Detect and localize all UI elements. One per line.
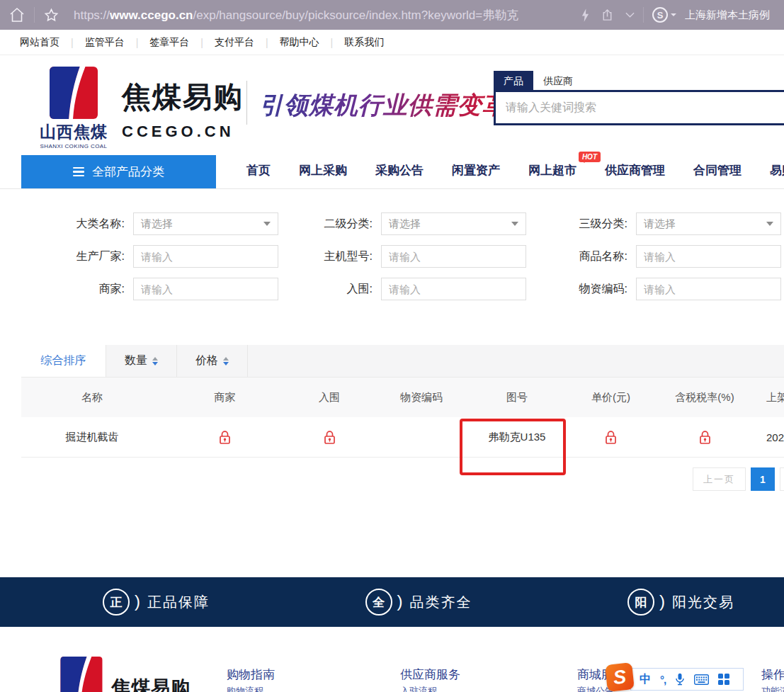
top-link-help[interactable]: 帮助中心 [268, 36, 331, 49]
header-shortlist: 入围 [287, 391, 372, 404]
banner-item-genuine: 正 ) 正品保障 [103, 589, 210, 616]
ime-menu-grid-icon[interactable] [718, 674, 729, 685]
cell-product-name[interactable]: 掘进机截齿 [21, 431, 163, 444]
lock-icon[interactable] [324, 430, 336, 445]
paren-glyph: ) [659, 591, 665, 611]
top-link-signature[interactable]: 签章平台 [138, 36, 200, 49]
input-host-model[interactable] [381, 245, 526, 268]
nav-item-online-mall[interactable]: 网上超市 HOT [528, 162, 576, 178]
nav-item-contract-mgmt[interactable]: 合同管理 [693, 162, 742, 178]
site-header: 山西焦煤 SHANXI COKING COAL 焦煤易购 CCEGO.CN 引领… [0, 55, 784, 152]
select-third-category[interactable]: 请选择 [636, 212, 781, 235]
prev-page-button[interactable]: 上一页 [693, 467, 746, 491]
lock-icon[interactable] [699, 430, 711, 445]
footer-link-partial[interactable]: 入驻流程 [400, 685, 437, 692]
input-material-code[interactable] [636, 278, 781, 300]
select-value: 请选择 [644, 217, 676, 231]
filter-label-product-name: 商品名称: [526, 249, 636, 264]
input-merchant[interactable] [133, 278, 278, 300]
sort-tab-label: 综合排序 [41, 353, 86, 368]
ime-keyboard-icon[interactable] [694, 674, 709, 685]
cell-merchant-locked [163, 430, 287, 445]
filter-label-shortlist: 入围: [278, 282, 381, 297]
input-shortlist[interactable] [381, 278, 526, 300]
footer-col-shopping-guide[interactable]: 购物指南 [227, 667, 275, 683]
next-page-button[interactable] [780, 467, 784, 491]
paren-glyph: ) [397, 591, 403, 611]
brand-slogan: 引领煤机行业供需变革 [259, 89, 507, 122]
nav-item-yigou[interactable]: 易购 [770, 162, 784, 178]
top-link-home[interactable]: 网站首页 [20, 36, 71, 49]
header-listed-time: 上架时间 [751, 391, 784, 404]
url-scheme: https:// [74, 8, 110, 22]
hamburger-icon [73, 167, 84, 177]
nav-item-purchase-notice[interactable]: 采购公告 [375, 162, 424, 178]
sort-bar: 综合排序 数量 价格 [21, 345, 784, 378]
page-1-button[interactable]: 1 [751, 467, 775, 491]
footer-logo[interactable]: 焦煤易购 [60, 657, 191, 692]
share-icon[interactable] [601, 8, 614, 22]
guarantee-banner: 正 ) 正品保障 全 ) 品类齐全 阳 ) 阳光交易 [0, 577, 784, 627]
header-drawing-no: 图号 [471, 391, 563, 404]
lock-icon[interactable] [219, 430, 231, 445]
banner-item-label: 阳光交易 [672, 593, 734, 612]
filter-form: 大类名称: 请选择 二级分类: 请选择 三级分类: 请选择 生产厂家: [0, 212, 784, 310]
brand-logo[interactable]: 山西焦煤 SHANXI COKING COAL 焦煤易购 CCEGO.CN [37, 67, 244, 149]
search-tab-supplier[interactable]: 供应商 [533, 71, 583, 90]
input-manufacturer[interactable] [133, 245, 278, 268]
top-link-contact[interactable]: 联系我们 [333, 36, 395, 49]
sort-tab-comprehensive[interactable]: 综合排序 [21, 345, 106, 377]
search-tab-product[interactable]: 产品 [494, 71, 533, 90]
top-link-payment[interactable]: 支付平台 [203, 36, 266, 49]
highlight-annotation-box [460, 419, 566, 475]
sogou-badge-letter: S [652, 7, 668, 23]
cell-shortlist-locked [287, 430, 372, 445]
toolbar-divider [34, 7, 35, 23]
footer-col-supplier-service[interactable]: 供应商服务 [400, 667, 460, 683]
footer-link-partial[interactable]: 功能演示 [761, 685, 784, 692]
sogou-logo-icon[interactable]: S [605, 662, 635, 692]
lock-icon[interactable] [605, 430, 617, 445]
sogou-extension-icon[interactable]: S [652, 7, 676, 23]
table-header: 名称 商家 入围 物资编码 图号 单价(元) 含税税率(%) 上架时间 [21, 378, 784, 417]
header-merchant: 商家 [163, 391, 287, 404]
sort-arrows-icon [223, 357, 229, 365]
search-input[interactable] [494, 90, 784, 125]
filter-label-material-code: 物资编码: [526, 282, 636, 297]
top-link-regulation[interactable]: 监管平台 [74, 36, 136, 49]
top-links-bar: 网站首页 | 监管平台 | 签章平台 | 支付平台 | 帮助中心 | 联系我们 [0, 30, 784, 55]
nav-item-online-purchase[interactable]: 网上采购 [299, 162, 347, 178]
main-nav: 全部产品分类 首页 网上采购 采购公告 闲置资产 网上超市 HOT 供应商管理 … [0, 152, 784, 189]
filter-label-major-category: 大类名称: [18, 217, 133, 232]
chevron-down-icon[interactable] [625, 12, 635, 18]
ime-punctuation-button[interactable]: °, [660, 674, 666, 686]
ime-mic-icon[interactable] [675, 673, 685, 686]
pagination: 上一页 1 [693, 467, 784, 491]
nav-item-supplier-mgmt[interactable]: 供应商管理 [605, 162, 665, 178]
sort-tab-label: 数量 [125, 353, 147, 368]
input-product-name[interactable] [636, 245, 781, 268]
header-unit-price: 单价(元) [563, 391, 659, 404]
select-major-category[interactable]: 请选择 [133, 212, 278, 235]
cell-tax-rate-locked [659, 430, 751, 445]
filter-label-manufacturer: 生产厂家: [18, 249, 133, 264]
brand-name: 焦煤易购 [122, 78, 244, 117]
banner-item-full-category: 全 ) 品类齐全 [365, 589, 472, 616]
bookmark-star-icon[interactable] [43, 7, 59, 23]
home-icon[interactable] [8, 6, 25, 23]
nav-item-idle-assets[interactable]: 闲置资产 [452, 162, 500, 178]
sort-tab-price[interactable]: 价格 [177, 345, 248, 377]
all-categories-button[interactable]: 全部产品分类 [21, 155, 216, 188]
ime-mode-button[interactable]: 中 [640, 672, 651, 687]
sort-arrows-icon [152, 357, 158, 365]
banner-item-sunshine-trade: 阳 ) 阳光交易 [627, 589, 734, 616]
flash-icon[interactable] [581, 8, 589, 22]
address-bar[interactable]: https://www.ccego.cn/exp/hangsource/buy/… [74, 7, 570, 23]
sort-tab-quantity[interactable]: 数量 [106, 345, 177, 377]
footer-col-operation-guide[interactable]: 操作指南 [761, 667, 784, 683]
footer-link-partial[interactable]: 购物流程 [227, 685, 263, 692]
nav-item-home[interactable]: 首页 [246, 162, 271, 178]
news-ticker[interactable]: 上海新增本土病例 [685, 8, 776, 22]
sort-tab-label: 价格 [195, 353, 218, 368]
select-second-category[interactable]: 请选择 [381, 212, 526, 235]
